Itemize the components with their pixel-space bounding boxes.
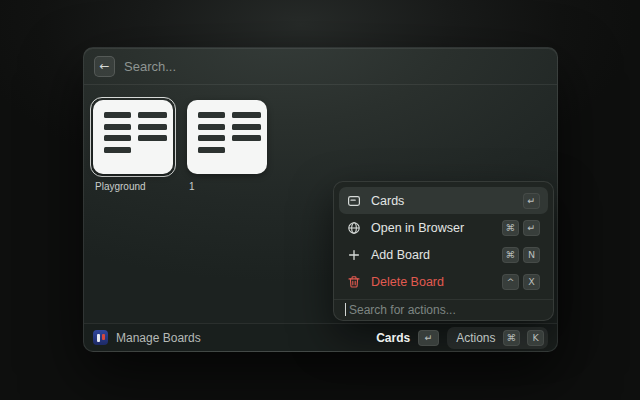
menu-item-open-in-browser[interactable]: Open in Browser ⌘ ↵ [339,214,548,241]
enter-key-badge: ↵ [418,330,439,346]
board-item-playground[interactable]: Playground [90,97,176,192]
board-thumbnail-wrapper[interactable] [184,97,270,177]
key-badge: ^ [502,274,519,290]
text-cursor [345,303,346,316]
menu-item-label: Add Board [371,248,430,262]
key-badge: ⌘ [502,247,520,263]
thumbnail-column [138,112,167,174]
footer-bar: Manage Boards Cards ↵ Actions ⌘ K [84,323,557,351]
search-header: ← Search... [84,48,557,85]
shortcut-keys: ^ X [502,274,540,290]
footer-actions: Cards ↵ Actions ⌘ K [376,327,548,349]
actions-menu-items: Cards ↵ Open in Browser [334,182,553,299]
menu-item-add-board[interactable]: Add Board ⌘ N [339,241,548,268]
trash-icon [347,275,361,289]
board-thumbnail-selected[interactable] [90,97,176,177]
plus-icon [347,248,361,262]
menu-item-label: Cards [371,194,404,208]
cmd-key-badge: ⌘ [503,330,521,346]
key-badge: ↵ [523,193,540,209]
actions-menu: Cards ↵ Open in Browser [333,181,554,321]
manage-boards-window: ← Search... [83,47,558,352]
k-key-badge: K [527,330,544,346]
actions-search-placeholder: Search for actions... [349,303,456,317]
app-title: Manage Boards [116,331,201,345]
thumbnail-column [198,112,225,174]
search-input[interactable]: Search... [124,59,176,74]
shortcut-keys: ⌘ ↵ [502,220,541,236]
key-badge: N [523,247,540,263]
board-thumbnail [187,100,267,174]
menu-item-delete-board[interactable]: Delete Board ^ X [339,268,548,295]
menu-item-label: Delete Board [371,275,444,289]
back-button[interactable]: ← [94,56,115,77]
key-badge: ⌘ [502,220,520,236]
thumbnail-column [232,112,261,174]
board-thumbnail [93,100,173,174]
key-badge: X [523,274,540,290]
shortcut-keys: ⌘ N [502,247,541,263]
board-item-1[interactable]: 1 [184,97,270,192]
shortcut-keys: ↵ [523,193,540,209]
desktop-background: ← Search... [0,0,640,400]
board-name: Playground [95,181,176,192]
primary-action-label[interactable]: Cards [376,331,410,345]
actions-button[interactable]: Actions ⌘ K [447,327,548,349]
actions-button-label: Actions [456,331,495,345]
key-badge: ↵ [523,220,540,236]
board-name: 1 [189,181,270,192]
card-icon [347,194,361,208]
thumbnail-column [104,112,131,174]
arrow-left-icon: ← [99,60,109,72]
menu-item-cards[interactable]: Cards ↵ [339,187,548,214]
app-logo-icon [93,330,108,345]
actions-search-input[interactable]: Search for actions... [334,300,553,320]
menu-item-label: Open in Browser [371,221,464,235]
globe-icon [347,221,361,235]
